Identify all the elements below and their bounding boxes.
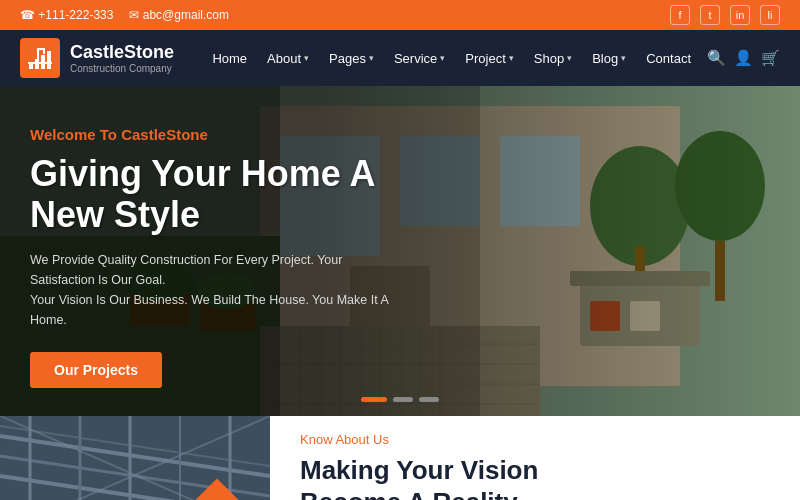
linkedin-icon[interactable]: li — [760, 5, 780, 25]
email-info: ✉ abc@gmail.com — [129, 8, 229, 22]
phone-icon: ☎ — [20, 8, 38, 22]
hero-description: We Provide Quality Construction For Ever… — [30, 250, 410, 330]
know-about-us-label: Know About Us — [300, 432, 538, 447]
project-arrow: ▾ — [509, 53, 514, 63]
nav-about[interactable]: About ▾ — [259, 45, 317, 72]
service-arrow: ▾ — [440, 53, 445, 63]
construction-image: 35 — [0, 416, 270, 500]
about-arrow: ▾ — [304, 53, 309, 63]
dot-1[interactable] — [361, 397, 387, 402]
brand-tagline: Construction Company — [70, 63, 174, 74]
nav-blog[interactable]: Blog ▾ — [584, 45, 634, 72]
dot-2[interactable] — [393, 397, 413, 402]
facebook-icon[interactable]: f — [670, 5, 690, 25]
phone-info: ☎ +111-222-333 — [20, 8, 113, 22]
user-icon[interactable]: 👤 — [734, 49, 753, 67]
nav-links: Home About ▾ Pages ▾ Service ▾ Project ▾… — [204, 45, 780, 72]
hero-title: Giving Your Home A New Style — [30, 153, 410, 236]
instagram-icon[interactable]: in — [730, 5, 750, 25]
nav-contact[interactable]: Contact — [638, 45, 699, 72]
svg-rect-3 — [47, 51, 51, 69]
pages-arrow: ▾ — [369, 53, 374, 63]
top-bar: ☎ +111-222-333 ✉ abc@gmail.com f t in li — [0, 0, 800, 30]
hero-content: Welcome To CastleStone Giving Your Home … — [30, 126, 410, 388]
email-address: abc@gmail.com — [143, 8, 229, 22]
blog-arrow: ▾ — [621, 53, 626, 63]
twitter-icon[interactable]: t — [700, 5, 720, 25]
nav-action-icons: 🔍 👤 🛒 — [707, 49, 780, 67]
phone-number: +111-222-333 — [38, 8, 113, 22]
nav-shop[interactable]: Shop ▾ — [526, 45, 580, 72]
navbar: CastleStone Construction Company Home Ab… — [0, 30, 800, 86]
hero-section: Welcome To CastleStone Giving Your Home … — [0, 86, 800, 416]
dot-3[interactable] — [419, 397, 439, 402]
below-fold-section: 35 Know About Us Making Your Vision Beco… — [0, 416, 800, 500]
email-icon: ✉ — [129, 8, 142, 22]
hero-subtitle: Welcome To CastleStone — [30, 126, 410, 143]
slider-dots — [361, 397, 439, 402]
svg-rect-4 — [28, 62, 52, 64]
logo-icon — [20, 38, 60, 78]
hero-title-line2: New Style — [30, 194, 200, 235]
below-text-content: Know About Us Making Your Vision Become … — [270, 416, 568, 500]
search-icon[interactable]: 🔍 — [707, 49, 726, 67]
svg-rect-58 — [0, 416, 270, 500]
shop-arrow: ▾ — [567, 53, 572, 63]
svg-rect-7 — [43, 48, 45, 54]
below-title-line1: Making Your Vision — [300, 455, 538, 485]
nav-home[interactable]: Home — [204, 45, 255, 72]
logo[interactable]: CastleStone Construction Company — [20, 38, 174, 78]
nav-project[interactable]: Project ▾ — [457, 45, 521, 72]
brand-name: CastleStone — [70, 42, 174, 63]
top-bar-social: f t in li — [670, 5, 780, 25]
logo-text: CastleStone Construction Company — [70, 42, 174, 74]
hero-title-line1: Giving Your Home A — [30, 153, 375, 194]
cart-icon[interactable]: 🛒 — [761, 49, 780, 67]
top-bar-left: ☎ +111-222-333 ✉ abc@gmail.com — [20, 8, 229, 22]
below-title-line2: Become A Reality — [300, 487, 518, 501]
our-projects-button[interactable]: Our Projects — [30, 352, 162, 388]
nav-service[interactable]: Service ▾ — [386, 45, 453, 72]
nav-pages[interactable]: Pages ▾ — [321, 45, 382, 72]
below-main-title: Making Your Vision Become A Reality — [300, 455, 538, 500]
